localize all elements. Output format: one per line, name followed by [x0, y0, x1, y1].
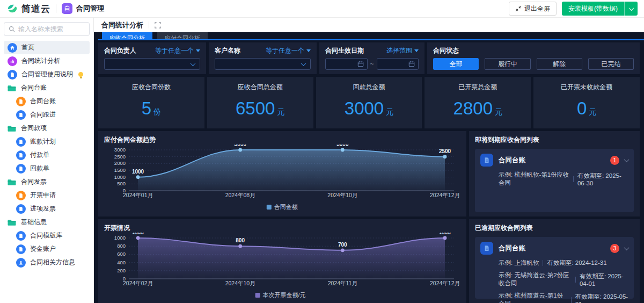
- svg-text:合同金额: 合同金额: [274, 204, 298, 210]
- svg-text:3000: 3000: [336, 145, 349, 147]
- stat-label: 应收合同份数: [132, 83, 171, 92]
- sidebar-item-label: 首页: [21, 43, 34, 52]
- exit-fullscreen-label: 退出全屏: [524, 4, 550, 13]
- contract-row[interactable]: 示例: 上海帆软 有效期至: 2024-12-31: [499, 259, 628, 267]
- contract-name: 示例: 无锡简道云-第2份应收合同: [499, 271, 572, 287]
- svg-text:800: 800: [117, 243, 126, 249]
- logo: 简道云: [6, 3, 50, 15]
- install-template-button[interactable]: 安装模板(带数据): [562, 2, 624, 16]
- stat-unit: 元: [495, 107, 502, 117]
- lightbulb-icon: [78, 72, 83, 77]
- stat-value: 6500: [236, 98, 275, 119]
- customer-name-select[interactable]: [215, 58, 311, 70]
- card-title: 合同台账: [499, 156, 525, 165]
- sidebar-search[interactable]: [4, 22, 90, 36]
- sidebar-item[interactable]: 合同台账: [4, 81, 90, 95]
- sidebar-item[interactable]: 资金账户: [4, 242, 90, 256]
- sidebar-item[interactable]: 基础信息: [4, 215, 90, 229]
- date-start-input[interactable]: [325, 58, 368, 70]
- install-template-split-button[interactable]: 安装模板(带数据): [562, 2, 638, 16]
- sidebar-item[interactable]: 合同跟进: [4, 108, 90, 121]
- svg-text:2024年12月: 2024年12月: [430, 192, 460, 198]
- svg-text:400: 400: [117, 259, 126, 265]
- sidebar-item[interactable]: 合同模版库: [4, 229, 90, 242]
- stat-unit: 元: [386, 107, 393, 117]
- sidebar-item[interactable]: 合同相关方信息: [4, 256, 90, 269]
- ledger-doc-icon: [480, 242, 493, 255]
- date-end-input[interactable]: [377, 58, 419, 70]
- tab-payable-analysis[interactable]: 应付合同分析: [157, 32, 208, 39]
- contract-due: 有效期至: 2025-04-01: [580, 272, 628, 287]
- filter-operator-dropdown[interactable]: 等于任意一个: [266, 46, 311, 55]
- stat-value: 3000: [345, 98, 384, 119]
- sidebar-item-label: 账款计划: [30, 137, 56, 146]
- filter-effective-date: 合同生效日期 选择范围 ~: [319, 42, 425, 74]
- sidebar-item[interactable]: 合同款项: [4, 121, 90, 135]
- status-button-terminated[interactable]: 解除: [537, 58, 582, 70]
- svg-text:2024年02月: 2024年02月: [123, 280, 153, 286]
- panel-title: 已逾期应收合同列表: [475, 223, 634, 233]
- sidebar-item[interactable]: 账款计划: [4, 135, 90, 148]
- sidebar-item-label: 合同台账: [21, 83, 47, 92]
- sidebar-item[interactable]: 合同统计分析: [4, 54, 90, 68]
- doc-icon: [16, 97, 26, 106]
- app-badge-icon: 自: [62, 3, 72, 14]
- doc-icon: [16, 137, 26, 147]
- contract-ledger-card: 合同台账 1 示例: 杭州帆软-第1份应收合同 有效期至: 2025-06-30: [475, 149, 634, 212]
- doc-icon: [16, 150, 26, 160]
- sidebar-item-label: 付款单: [30, 150, 49, 160]
- install-template-dropdown[interactable]: [625, 2, 638, 16]
- dashboard-tabs: 应收合同分析 应付合同分析: [98, 32, 640, 39]
- status-button-completed[interactable]: 已完结: [588, 58, 634, 70]
- contract-row[interactable]: 示例: 杭州帆软-第1份应收合同 有效期至: 2025-06-30: [499, 171, 628, 187]
- doc-icon: [16, 191, 26, 200]
- contract-due: 有效期至: 2024-12-31: [547, 259, 606, 267]
- exit-fullscreen-button[interactable]: 退出全屏: [509, 2, 557, 16]
- chevron-down-icon: [301, 61, 306, 66]
- filter-label: 合同状态: [433, 46, 459, 55]
- svg-text:2024年08月: 2024年08月: [225, 192, 255, 198]
- sidebar-item[interactable]: 首页: [4, 41, 90, 54]
- collapse-chevron[interactable]: [625, 247, 628, 250]
- svg-text:3000: 3000: [114, 147, 126, 153]
- search-input[interactable]: [18, 25, 80, 33]
- sidebar-item[interactable]: 合同发票: [4, 175, 90, 189]
- contract-due: 有效期至: 2025-05-01: [575, 293, 628, 303]
- jiandaoyun-leaf-icon: [6, 3, 18, 15]
- contract-row[interactable]: 示例: 杭州简道云-第1份合同 有效期至: 2025-05-01: [499, 292, 628, 303]
- sidebar-item[interactable]: 付款单: [4, 148, 90, 162]
- sidebar-item[interactable]: 合同管理使用说明: [4, 68, 90, 81]
- svg-text:2024年12月: 2024年12月: [430, 280, 460, 286]
- contract-row[interactable]: 示例: 无锡简道云-第2份应收合同 有效期至: 2025-04-01: [499, 271, 628, 287]
- calendar-icon: [357, 61, 364, 67]
- sidebar-item[interactable]: 合同台账: [4, 95, 90, 108]
- sidebar-item-label: 资金账户: [30, 244, 56, 254]
- stat-label: 回款总金额: [353, 83, 385, 92]
- stat-value: 5: [142, 98, 151, 119]
- svg-text:700: 700: [338, 242, 347, 248]
- doc-icon: [16, 204, 26, 214]
- tab-receivable-analysis[interactable]: 应收合同分析: [102, 32, 152, 39]
- sidebar-item[interactable]: 回款单: [4, 162, 90, 175]
- app-name: 合同管理: [76, 4, 104, 13]
- filter-operator-dropdown[interactable]: 等于任意一个: [155, 46, 200, 55]
- filter-range-dropdown[interactable]: 选择范围: [386, 46, 419, 55]
- overdue-contracts-panel: 已逾期应收合同列表 合同台账 3 示例: 上海帆软 有效期至: 2024-12-…: [469, 219, 640, 303]
- status-button-all[interactable]: 全部: [433, 58, 479, 70]
- search-icon: [9, 26, 15, 32]
- filter-contract-owner: 合同负责人 等于任意一个: [98, 42, 206, 74]
- sidebar-item[interactable]: 开票申请: [4, 189, 90, 202]
- page-header: 合同统计分析: [94, 18, 644, 32]
- ledger-doc-icon: [480, 154, 493, 167]
- svg-text:2024年10月: 2024年10月: [225, 280, 255, 286]
- collapse-chevron[interactable]: [625, 158, 628, 162]
- stat-card: 应收合同份数 5 份: [98, 77, 204, 128]
- stat-card: 应收合同总金额 6500 元: [207, 77, 313, 128]
- calendar-icon: [408, 61, 415, 67]
- contract-owner-select[interactable]: [104, 58, 200, 70]
- sidebar-item[interactable]: 进项发票: [4, 202, 90, 215]
- stat-cards: 应收合同份数 5 份 应收合同总金额 6500 元 回款总金额 3000 元 已…: [98, 77, 640, 128]
- expand-fullscreen-icon[interactable]: [155, 22, 161, 28]
- status-button-in-progress[interactable]: 履行中: [485, 58, 530, 70]
- contract-rows: 示例: 上海帆软 有效期至: 2024-12-31 示例: 无锡简道云-第2份应…: [499, 259, 628, 303]
